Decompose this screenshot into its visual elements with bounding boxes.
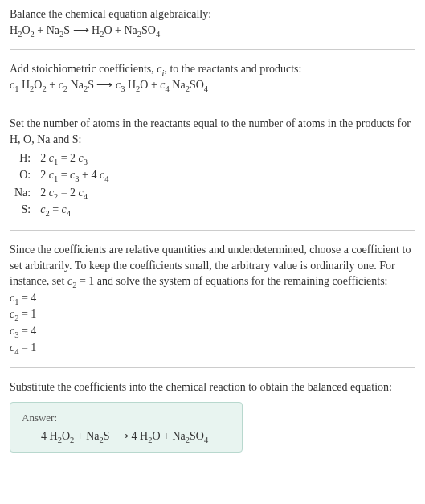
section-title: Since the coefficients are relative quan… [10, 242, 415, 289]
element-label: O: [10, 166, 35, 184]
section-balance: Balance the chemical equation algebraica… [10, 6, 415, 50]
answer-box: Answer: 4 H2O2 + Na2S ⟶ 4 H2O + Na2SO4 [10, 402, 243, 453]
coefficient-value: c4 = 1 [10, 340, 415, 356]
section-title: Balance the chemical equation algebraica… [10, 6, 415, 23]
coefficient-value: c3 = 4 [10, 323, 415, 339]
coefficient-value: c2 = 1 [10, 306, 415, 322]
element-label: Na: [10, 184, 35, 202]
element-label: S: [10, 201, 35, 219]
atom-equation-table: H: 2 c1 = 2 c3 O: 2 c1 = c3 + 4 c4 Na: 2… [10, 150, 113, 219]
answer-equation: 4 H2O2 + Na2S ⟶ 4 H2O + Na2SO4 [22, 428, 231, 445]
answer-label: Answer: [22, 411, 231, 425]
element-equation: 2 c2 = 2 c4 [35, 184, 113, 202]
element-equation: 2 c1 = c3 + 4 c4 [35, 166, 113, 184]
element-label: H: [10, 150, 35, 167]
section-solve: Since the coefficients are relative quan… [10, 242, 415, 368]
section-stoichiometric: Add stoichiometric coefficients, ci, to … [10, 61, 415, 104]
section-title: Set the number of atoms in the reactants… [10, 116, 415, 147]
section-atom-equations: Set the number of atoms in the reactants… [10, 116, 415, 231]
equation: c1 H2O2 + c2 Na2S ⟶ c3 H2O + c4 Na2SO4 [10, 77, 415, 93]
coefficient-value: c1 = 4 [10, 290, 415, 306]
section-title: Add stoichiometric coefficients, ci, to … [10, 61, 415, 77]
element-equation: 2 c1 = 2 c3 [35, 150, 113, 167]
section-substitute: Substitute the coefficients into the che… [10, 379, 415, 453]
table-row: S: c2 = c4 [10, 201, 113, 219]
table-row: O: 2 c1 = c3 + 4 c4 [10, 166, 113, 184]
element-equation: c2 = c4 [35, 201, 113, 219]
equation: H2O2 + Na2S ⟶ H2O + Na2SO4 [10, 23, 415, 39]
table-row: Na: 2 c2 = 2 c4 [10, 184, 113, 202]
table-row: H: 2 c1 = 2 c3 [10, 150, 113, 167]
coefficient-list: c1 = 4 c2 = 1 c3 = 4 c4 = 1 [10, 290, 415, 355]
section-title: Substitute the coefficients into the che… [10, 379, 415, 395]
